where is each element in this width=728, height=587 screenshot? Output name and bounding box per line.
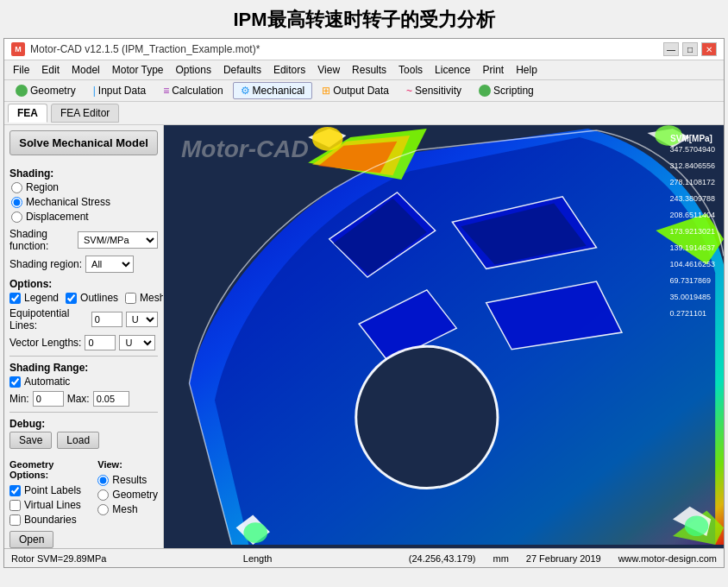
svg-point-3 xyxy=(312,127,342,151)
load-button[interactable]: Load xyxy=(57,432,99,449)
view-results-option[interactable]: Results xyxy=(97,474,158,486)
menu-print[interactable]: Print xyxy=(477,62,509,78)
toolbar-geometry[interactable]: Geometry xyxy=(8,82,84,99)
shading-function-select[interactable]: SVM//MPa Von Mises Max Principal xyxy=(78,231,158,249)
view-mesh-label: Mesh xyxy=(112,503,137,515)
color-label-1: 312.8406556 xyxy=(669,161,715,170)
equipotential-input[interactable] xyxy=(91,312,122,327)
color-label-8: 69.7317869 xyxy=(669,276,715,285)
tab-bar: FEA FEA Editor xyxy=(4,102,724,125)
view-geometry-radio[interactable] xyxy=(97,489,109,501)
toolbar-output-data-label: Output Data xyxy=(333,85,389,97)
menu-editors[interactable]: Editors xyxy=(268,62,311,78)
virtual-lines-checkbox[interactable] xyxy=(9,500,21,511)
close-button[interactable]: ✕ xyxy=(701,42,717,56)
scripting-icon xyxy=(479,85,491,97)
menu-motor-type[interactable]: Motor Type xyxy=(107,62,169,78)
svg-point-2 xyxy=(357,348,496,487)
shading-mechanical-option[interactable]: Mechanical Stress xyxy=(11,196,158,208)
window-title: Motor-CAD v12.1.5 (IPM_Traction_Example.… xyxy=(30,43,260,55)
svg-point-5 xyxy=(243,522,267,543)
menu-view[interactable]: View xyxy=(312,62,345,78)
boundaries-label: Boundaries xyxy=(24,514,77,526)
geometry-icon xyxy=(16,85,28,97)
view-mesh-option[interactable]: Mesh xyxy=(97,503,158,515)
geometry-options-col: Geometry Options: Point Labels Virtual L… xyxy=(9,454,89,526)
outlines-option[interactable]: Outlines xyxy=(66,292,118,304)
maximize-button[interactable]: □ xyxy=(682,42,698,56)
status-length: Length xyxy=(123,553,391,564)
toolbar-sensitivity[interactable]: ~ Sensitivity xyxy=(399,82,469,99)
shading-region-option[interactable]: Region xyxy=(11,181,158,193)
toolbar-calculation[interactable]: ≡ Calculation xyxy=(155,82,230,99)
vector-unit-select[interactable]: U xyxy=(119,335,155,350)
page-title: IPM最高转速时转子的受力分析 xyxy=(0,0,728,38)
mesh-checkbox[interactable] xyxy=(125,293,136,304)
mechanical-icon: ⚙ xyxy=(241,85,250,97)
menu-defaults[interactable]: Defaults xyxy=(218,62,267,78)
menu-help[interactable]: Help xyxy=(511,62,543,78)
menu-tools[interactable]: Tools xyxy=(393,62,428,78)
minimize-button[interactable]: — xyxy=(663,42,679,56)
shading-mechanical-radio[interactable] xyxy=(11,197,22,208)
calculation-icon: ≡ xyxy=(163,85,169,97)
point-labels-option[interactable]: Point Labels xyxy=(9,484,89,496)
view-geometry-option[interactable]: Geometry xyxy=(97,489,158,501)
view-label: View: xyxy=(97,459,158,470)
output-data-icon: ⊞ xyxy=(322,85,330,97)
application-window: M Motor-CAD v12.1.5 (IPM_Traction_Exampl… xyxy=(3,38,725,568)
boundaries-checkbox[interactable] xyxy=(9,514,21,526)
outlines-checkbox[interactable] xyxy=(66,293,77,304)
color-scale-title: SVM[MPa] xyxy=(668,134,715,143)
toolbar-mechanical[interactable]: ⚙ Mechanical xyxy=(233,82,313,99)
solve-mechanical-model-button[interactable]: Solve Mechanical Model xyxy=(9,130,158,155)
view-results-radio[interactable] xyxy=(97,475,109,486)
virtual-lines-option[interactable]: Virtual Lines xyxy=(9,499,89,511)
automatic-checkbox[interactable] xyxy=(9,376,21,388)
view-geometry-label: Geometry xyxy=(112,489,158,501)
menu-file[interactable]: File xyxy=(8,62,35,78)
toolbar-calculation-label: Calculation xyxy=(172,85,223,97)
min-input[interactable] xyxy=(33,391,64,407)
tab-fea-editor[interactable]: FEA Editor xyxy=(51,104,119,123)
toolbar-scripting-label: Scripting xyxy=(493,85,534,97)
status-coords: (24.256,43.179) xyxy=(409,553,476,564)
open-btn[interactable]: Open xyxy=(9,531,53,548)
color-label-3: 243.3809788 xyxy=(669,194,715,203)
menu-options[interactable]: Options xyxy=(171,62,217,78)
save-button[interactable]: Save xyxy=(9,432,52,449)
menu-edit[interactable]: Edit xyxy=(36,62,65,78)
view-mesh-radio[interactable] xyxy=(97,504,109,515)
toolbar-input-data[interactable]: | Input Data xyxy=(85,82,154,99)
open-button[interactable]: Open xyxy=(9,526,158,548)
geometry-view-section: Geometry Options: Point Labels Virtual L… xyxy=(9,454,158,526)
menu-bar: File Edit Model Motor Type Options Defau… xyxy=(4,60,724,80)
shading-displacement-option[interactable]: Displacement xyxy=(11,211,158,223)
svg-point-6 xyxy=(685,515,709,536)
legend-checkbox[interactable] xyxy=(9,293,21,304)
shading-displacement-radio[interactable] xyxy=(11,211,22,223)
toolbar-scripting[interactable]: Scripting xyxy=(471,82,542,99)
menu-model[interactable]: Model xyxy=(66,62,105,78)
equipotential-row: Equipotential Lines: U xyxy=(9,307,158,331)
automatic-label: Automatic xyxy=(24,376,70,388)
toolbar-input-data-label: Input Data xyxy=(98,85,146,97)
vector-lengths-input[interactable] xyxy=(85,335,116,350)
point-labels-checkbox[interactable] xyxy=(9,485,21,496)
menu-results[interactable]: Results xyxy=(347,62,392,78)
legend-option[interactable]: Legend xyxy=(9,292,59,304)
max-label: Max: xyxy=(67,393,90,405)
mesh-option[interactable]: Mesh xyxy=(125,292,164,304)
shading-region-select[interactable]: All Rotor Stator xyxy=(85,256,134,273)
toolbar-output-data[interactable]: ⊞ Output Data xyxy=(314,82,397,99)
tab-fea[interactable]: FEA xyxy=(8,104,47,123)
boundaries-option[interactable]: Boundaries xyxy=(9,514,89,526)
menu-licence[interactable]: Licence xyxy=(430,62,475,78)
shading-region-radio[interactable] xyxy=(11,182,22,193)
equipotential-unit-select[interactable]: U xyxy=(126,312,158,327)
color-label-7: 104.4616253 xyxy=(669,260,715,268)
shading-region-form-label: Shading region: xyxy=(9,258,82,270)
max-input[interactable] xyxy=(93,391,129,407)
toolbar-mechanical-label: Mechanical xyxy=(253,85,305,97)
automatic-option[interactable]: Automatic xyxy=(9,376,158,388)
